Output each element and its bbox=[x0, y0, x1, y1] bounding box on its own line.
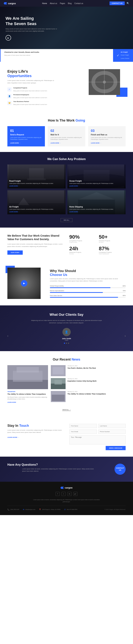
home-learn[interactable]: LEARN MORE → bbox=[69, 211, 124, 212]
contact-circle[interactable]: CONTACTUS bbox=[114, 464, 126, 475]
last-name-input[interactable] bbox=[98, 424, 126, 428]
nav-link-contact[interactable]: Contact us bbox=[74, 2, 83, 4]
questions-left: Have Any Questions? Lorem ipsum dolor si… bbox=[8, 463, 114, 476]
search-icon[interactable]: 🔍 bbox=[126, 2, 129, 4]
testimonial-dot-1[interactable] bbox=[64, 343, 65, 344]
svg-rect-21 bbox=[17, 367, 39, 372]
social-linkedin[interactable]: in bbox=[67, 492, 71, 496]
news-featured-desc: Our Recent News: Lorem ipsum dolor sit a… bbox=[8, 396, 48, 400]
our-story-button[interactable]: OUR STORY bbox=[8, 250, 23, 255]
touch-title-text: Stay In bbox=[8, 424, 18, 428]
questions-contact-btn[interactable]: CONTACTUS bbox=[114, 464, 126, 475]
solve-card-road[interactable]: Road Freight Lorem ipsum dolor sit amet,… bbox=[8, 164, 66, 188]
how-steps: 01 Send a Request Lorem ipsum dolor sit … bbox=[8, 126, 126, 146]
air-learn[interactable]: LEARN MORE → bbox=[9, 211, 64, 212]
play-button[interactable]: ▶ bbox=[6, 35, 11, 40]
clients-prev-arrow[interactable]: ‹ bbox=[8, 334, 8, 337]
social-facebook[interactable]: f bbox=[56, 492, 60, 496]
send-message-button[interactable]: SEND A MESSAGE bbox=[106, 446, 126, 450]
hero-bar: Chemical & Liner Vessels, Buses and truc… bbox=[0, 49, 133, 62]
bar-label-service: First Class Service 90% bbox=[50, 295, 126, 296]
value-stat-90: 90% Completed Projects Projects done bbox=[69, 234, 96, 243]
step-desc-2: Lorem ipsum dolor sit amet, consectetur … bbox=[50, 137, 82, 140]
step-learn-3[interactable]: LEARN MORE → bbox=[91, 142, 123, 144]
news-side-date-2: January 22, 2022 bbox=[67, 378, 126, 379]
stat-text-projects: Completed Projects Many parts of lorem i… bbox=[13, 87, 47, 92]
email-input[interactable] bbox=[69, 430, 97, 434]
ocean-freight-label: Ocean Freight bbox=[121, 54, 129, 56]
news-side: January 22, 2022 You Push A Button, We D… bbox=[51, 365, 126, 405]
svg-rect-23 bbox=[53, 367, 64, 374]
ocean-card-desc: Lorem ipsum dolor sit amet, consectetur … bbox=[69, 182, 124, 184]
how-section: How Is The Work Going 01 Send a Request … bbox=[0, 113, 133, 152]
contact-us-button[interactable]: CONTACT US bbox=[109, 2, 125, 5]
footer-copyright: © 2022 Cargox. All Rights Reserved. bbox=[104, 509, 126, 510]
choose-bar-global: Global Responsibility 80% bbox=[50, 285, 126, 288]
testimonial-dot-2[interactable] bbox=[66, 343, 67, 344]
choose-bar-narrow: Narrow Specialization 70% bbox=[50, 290, 126, 293]
nav-link-pages[interactable]: Pages bbox=[60, 2, 65, 4]
news-title: Our Recent News bbox=[8, 358, 126, 362]
testimonial-role: Client bbox=[62, 340, 71, 341]
testimonial: 👤 John Smith Client bbox=[62, 328, 71, 344]
news-featured-title: The Ability To Advise Is Better Than Com… bbox=[8, 393, 48, 396]
step-learn-2[interactable]: LEARN MORE → bbox=[50, 142, 82, 144]
social-twitter[interactable]: t bbox=[62, 492, 66, 496]
solve-card-air[interactable]: Air Freight Lorem ipsum dolor sit amet, … bbox=[8, 190, 66, 214]
phone-input[interactable] bbox=[98, 430, 126, 434]
home-card-title: Home Shipping bbox=[69, 206, 124, 208]
nav-link-blog[interactable]: Blog bbox=[68, 2, 72, 4]
enjoy-title-line2: Opportunities bbox=[8, 74, 32, 78]
news-section: Our Recent News TRANSPORT The Ability To… bbox=[0, 351, 133, 417]
enjoy-description: Lorem ipsum dolor sit amet, consectetur … bbox=[8, 80, 55, 84]
see-all-button[interactable]: SEE ALL bbox=[61, 218, 72, 222]
nav-right: CONTACT US 🔍 bbox=[109, 2, 129, 5]
step-num-1: 01 bbox=[10, 129, 42, 133]
value-stat-sublabel-24: On time bbox=[69, 253, 96, 254]
questions-desc: Lorem ipsum dolor sit amet, consectetur … bbox=[22, 468, 96, 473]
news-side-item-3: January 22, 2022 The Ability To Advise I… bbox=[51, 391, 126, 402]
stat-item-projects: ✓ Completed Projects Many parts of lorem… bbox=[8, 87, 83, 92]
news-featured: TRANSPORT The Ability To Advise Is Bette… bbox=[8, 365, 48, 405]
touch-left: Stay In Touch Lorem ipsum dolor sit amet… bbox=[8, 424, 64, 450]
footer-logo-icon bbox=[60, 487, 64, 489]
air-freight-label: Air freight bbox=[121, 51, 129, 53]
home-content: Home Shipping Lorem ipsum dolor sit amet… bbox=[67, 204, 126, 214]
completed-icon: ✓ bbox=[8, 88, 12, 92]
news-side-image-2 bbox=[51, 378, 66, 389]
testimonial-dots bbox=[62, 343, 71, 344]
social-googleplus[interactable]: g+ bbox=[73, 492, 77, 496]
touch-right: SEND A MESSAGE bbox=[69, 424, 126, 450]
hours-icon: ⏱ bbox=[64, 509, 66, 510]
questions-section: Have Any Questions? Lorem ipsum dolor si… bbox=[0, 457, 133, 482]
choose-left: ▶ bbox=[8, 268, 44, 299]
news-side-date-1: January 22, 2022 bbox=[67, 365, 126, 366]
stat-label-employees: Permanent Employees bbox=[13, 94, 47, 96]
view-all-link[interactable]: VIEW ALL → bbox=[62, 409, 71, 411]
touch-learn-link[interactable]: LEARN MORE → bbox=[8, 436, 64, 438]
stat-label-projects: Completed Projects bbox=[13, 87, 47, 89]
testimonial-dot-3[interactable] bbox=[68, 343, 69, 344]
road-learn[interactable]: LEARN MORE → bbox=[9, 185, 64, 187]
step-num-3: 03 bbox=[91, 129, 123, 133]
message-input[interactable] bbox=[69, 435, 126, 444]
enjoy-stats: ✓ Completed Projects Many parts of lorem… bbox=[8, 87, 83, 106]
step-learn-1[interactable]: LEARN MORE → bbox=[10, 142, 42, 144]
solve-card-home[interactable]: Home Shipping Lorem ipsum dolor sit amet… bbox=[67, 190, 126, 214]
nav-link-about[interactable]: About us bbox=[50, 2, 57, 4]
email-icon: ✉ bbox=[23, 509, 24, 510]
news-featured-learn[interactable]: LEARN MORE bbox=[8, 402, 48, 403]
step-desc-1: Lorem ipsum dolor sit amet, consectetur … bbox=[10, 137, 42, 140]
ocean-learn[interactable]: LEARN MORE → bbox=[69, 185, 124, 187]
bar-pct-narrow: 70% bbox=[123, 290, 126, 292]
hero-bar-subtitle: Many parts of lorem ipsum have been alte… bbox=[4, 54, 30, 56]
nav-link-home[interactable]: Home bbox=[42, 2, 47, 4]
hero-bar-title: Chemical & Liner Vessels, Buses and truc… bbox=[4, 51, 109, 53]
clients-next-arrow[interactable]: › bbox=[125, 334, 126, 337]
first-name-input[interactable] bbox=[69, 424, 97, 428]
solve-card-ocean[interactable]: Ocean Freight Lorem ipsum dolor sit amet… bbox=[67, 164, 126, 188]
value-stat-50: 50+ Finished Projects All done bbox=[99, 234, 126, 243]
choose-play-button[interactable]: ▶ bbox=[21, 280, 27, 286]
bar-fill-narrow bbox=[50, 292, 103, 293]
nav-logo[interactable]: cargox bbox=[4, 2, 16, 5]
